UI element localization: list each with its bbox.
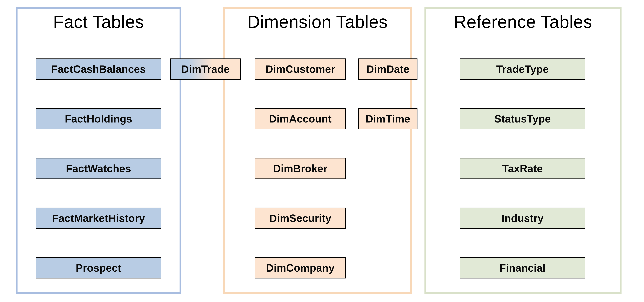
panel-reference-tables: Reference Tables (424, 7, 622, 294)
box-fact-market-history: FactMarketHistory (36, 208, 161, 229)
box-tax-rate: TaxRate (460, 158, 585, 179)
panel-title-fact: Fact Tables (18, 12, 180, 32)
box-dim-account: DimAccount (255, 108, 346, 129)
box-dim-customer: DimCustomer (255, 58, 346, 80)
box-status-type: StatusType (460, 108, 585, 129)
panel-dimension-tables: Dimension Tables (223, 7, 412, 294)
box-dim-broker: DimBroker (255, 158, 346, 179)
box-fact-cash-balances: FactCashBalances (36, 58, 161, 80)
box-prospect: Prospect (36, 257, 161, 278)
box-dim-date: DimDate (358, 58, 418, 80)
panel-title-dimension: Dimension Tables (225, 12, 410, 32)
panel-title-reference: Reference Tables (426, 12, 620, 32)
box-dim-security: DimSecurity (255, 208, 346, 229)
box-fact-holdings: FactHoldings (36, 108, 161, 129)
box-fact-watches: FactWatches (36, 158, 161, 179)
box-dim-company: DimCompany (255, 257, 346, 278)
box-dim-trade: DimTrade (170, 58, 241, 80)
panel-fact-tables: Fact Tables (16, 7, 181, 294)
box-trade-type: TradeType (460, 58, 585, 80)
box-financial: Financial (460, 257, 585, 278)
box-industry: Industry (460, 208, 585, 229)
box-dim-time: DimTime (358, 108, 418, 129)
